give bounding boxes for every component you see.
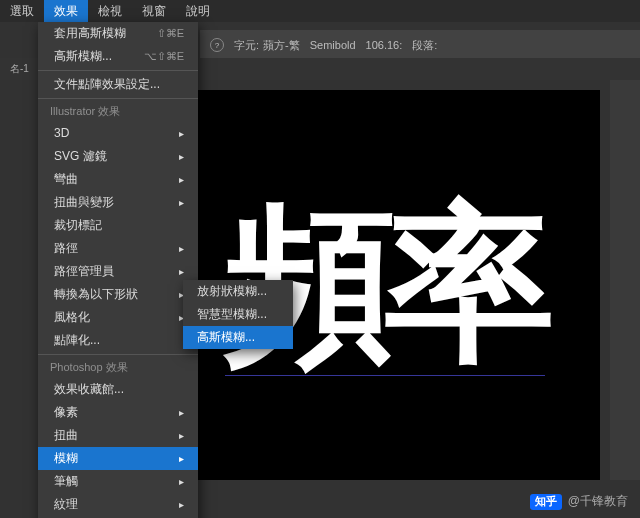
ai-path[interactable]: 路徑 bbox=[38, 237, 198, 260]
ai-rasterize[interactable]: 點陣化... bbox=[38, 329, 198, 352]
zhihu-icon: 知乎 bbox=[530, 494, 562, 510]
menu-effect[interactable]: 效果 bbox=[44, 0, 88, 22]
ps-pixelate[interactable]: 像素 bbox=[38, 401, 198, 424]
menu-help[interactable]: 說明 bbox=[176, 0, 220, 22]
document-tab[interactable]: 名-1 bbox=[10, 62, 29, 76]
section-illustrator-effects: Illustrator 效果 bbox=[38, 101, 198, 122]
help-icon[interactable]: ? bbox=[210, 38, 224, 52]
char-label: 字元: bbox=[234, 38, 259, 53]
watermark: 知乎 @千锋教育 bbox=[530, 493, 628, 510]
separator bbox=[38, 354, 198, 355]
options-bar: ? 字元: 蘋方-繁 Semibold 106.16: 段落: bbox=[200, 30, 640, 60]
ps-texture[interactable]: 紋理 bbox=[38, 493, 198, 516]
ps-brush-strokes[interactable]: 筆觸 bbox=[38, 470, 198, 493]
ai-convert-to-shape[interactable]: 轉換為以下形狀 bbox=[38, 283, 198, 306]
blur-submenu: 放射狀模糊... 智慧型模糊... 高斯模糊... bbox=[183, 280, 293, 349]
effect-menu-dropdown: 套用高斯模糊⇧⌘E 高斯模糊...⌥⇧⌘E 文件點陣效果設定... Illust… bbox=[38, 22, 198, 518]
watermark-author: @千锋教育 bbox=[568, 493, 628, 510]
gaussian-blur[interactable]: 高斯模糊... bbox=[183, 326, 293, 349]
section-photoshop-effects: Photoshop 效果 bbox=[38, 357, 198, 378]
para-label: 段落: bbox=[412, 38, 437, 53]
menu-select[interactable]: 選取 bbox=[0, 0, 44, 22]
ps-effect-gallery[interactable]: 效果收藏館... bbox=[38, 378, 198, 401]
right-panel-dock[interactable] bbox=[610, 80, 640, 480]
ai-stylize[interactable]: 風格化 bbox=[38, 306, 198, 329]
ai-distort-transform[interactable]: 扭曲與變形 bbox=[38, 191, 198, 214]
separator bbox=[38, 98, 198, 99]
font-size[interactable]: 106.16: bbox=[366, 39, 403, 51]
ai-warp[interactable]: 彎曲 bbox=[38, 168, 198, 191]
ai-crop-marks[interactable]: 裁切標記 bbox=[38, 214, 198, 237]
ps-distort[interactable]: 扭曲 bbox=[38, 424, 198, 447]
ps-blur[interactable]: 模糊 bbox=[38, 447, 198, 470]
ai-pathfinder[interactable]: 路徑管理員 bbox=[38, 260, 198, 283]
font-style[interactable]: Semibold bbox=[310, 39, 356, 51]
ai-svg-filters[interactable]: SVG 濾鏡 bbox=[38, 145, 198, 168]
font-family[interactable]: 蘋方-繁 bbox=[263, 38, 300, 53]
apply-last-effect[interactable]: 套用高斯模糊⇧⌘E bbox=[38, 22, 198, 45]
ai-3d[interactable]: 3D bbox=[38, 122, 198, 145]
last-effect-options[interactable]: 高斯模糊...⌥⇧⌘E bbox=[38, 45, 198, 68]
menu-view[interactable]: 檢視 bbox=[88, 0, 132, 22]
document-raster-settings[interactable]: 文件點陣效果設定... bbox=[38, 73, 198, 96]
radial-blur[interactable]: 放射狀模糊... bbox=[183, 280, 293, 303]
menubar: 選取 效果 檢視 視窗 說明 bbox=[0, 0, 640, 22]
separator bbox=[38, 70, 198, 71]
menu-window[interactable]: 視窗 bbox=[132, 0, 176, 22]
smart-blur[interactable]: 智慧型模糊... bbox=[183, 303, 293, 326]
